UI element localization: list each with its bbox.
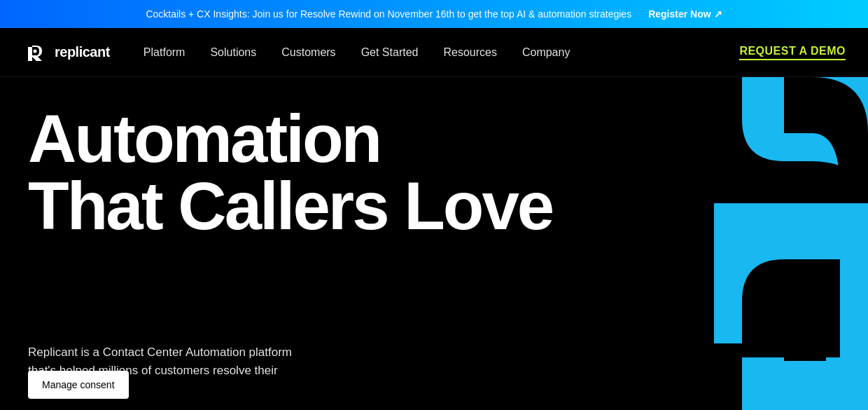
- banner-text: Cocktails + CX Insights: Join us for Res…: [146, 8, 631, 20]
- svg-rect-5: [840, 259, 868, 361]
- hero-content: Automation That Callers Love: [28, 105, 602, 240]
- announcement-banner: Cocktails + CX Insights: Join us for Res…: [0, 0, 868, 28]
- svg-rect-3: [742, 357, 868, 410]
- request-demo-button[interactable]: REQUEST A DEMO: [739, 45, 846, 60]
- logo-text: replicant: [55, 44, 110, 60]
- hero-graphic: [644, 77, 868, 410]
- hero-headline-line2: That Callers Love: [28, 168, 552, 243]
- svg-rect-4: [784, 343, 826, 361]
- hero-headline-line1: Automation: [28, 101, 380, 176]
- hero-graphic-svg: [644, 77, 868, 410]
- logo[interactable]: replicant: [22, 40, 110, 65]
- nav-solutions[interactable]: Solutions: [210, 46, 256, 59]
- nav-get-started[interactable]: Get Started: [361, 46, 419, 59]
- manage-consent-button[interactable]: Manage consent: [28, 371, 129, 399]
- svg-rect-2: [840, 189, 868, 203]
- nav-company[interactable]: Company: [522, 46, 570, 59]
- nav-customers[interactable]: Customers: [281, 46, 335, 59]
- logo-icon: [22, 40, 48, 65]
- banner-cta-link[interactable]: Register Now ↗: [648, 8, 722, 20]
- svg-point-1: [34, 49, 37, 53]
- hero-section: Automation That Callers Love Replicant i…: [0, 77, 868, 410]
- banner-arrow-icon: ↗: [714, 8, 722, 20]
- banner-cta-label: Register Now: [648, 8, 710, 20]
- navbar: replicant Platform Solutions Customers G…: [0, 28, 868, 77]
- nav-platform[interactable]: Platform: [144, 46, 186, 59]
- hero-headline: Automation That Callers Love: [28, 105, 602, 240]
- nav-resources[interactable]: Resources: [443, 46, 496, 59]
- nav-links: Platform Solutions Customers Get Started…: [144, 46, 740, 59]
